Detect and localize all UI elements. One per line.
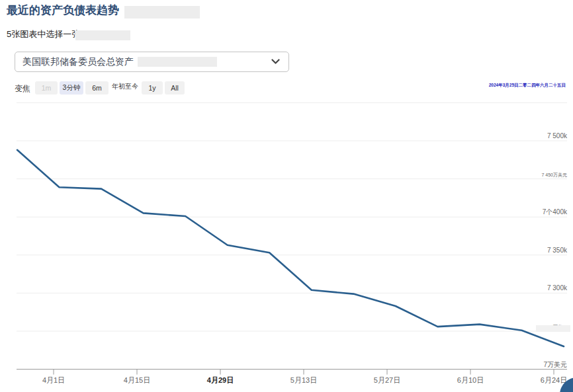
y-axis-label: 7 350k — [547, 247, 568, 254]
dropdown-selected-value: 美国联邦储备委员会总资产 — [22, 52, 134, 71]
zoom-button-0: 1m — [35, 81, 58, 95]
chevron-down-icon — [271, 59, 280, 65]
x-axis-label: 4月15日 — [124, 376, 150, 384]
zoom-button-1[interactable]: 3分钟 — [60, 81, 83, 95]
x-axis-label: 5月13日 — [290, 376, 317, 384]
x-axis-label: 4月1日 — [42, 376, 65, 384]
y-axis-label: 7个400k — [543, 208, 568, 216]
translation-overlay-artifact — [124, 6, 200, 19]
y-axis-label: 7 500k — [547, 132, 568, 139]
series-line[interactable] — [17, 150, 564, 346]
y-axis-label: 7 450万美元 — [541, 173, 567, 177]
zoom-button-2[interactable]: 6m — [85, 81, 109, 95]
x-axis-label: 4月29日 — [207, 376, 234, 384]
x-axis-label: 6月10日 — [457, 376, 484, 384]
zoom-button-group: 1m3分钟6m年初至今1yAll — [35, 81, 185, 95]
zoom-button-5[interactable]: All — [165, 81, 185, 95]
page-title: 最近的资产负债表趋势 — [7, 3, 119, 18]
x-axis-label: 6月24日 — [541, 376, 567, 384]
translation-overlay-artifact — [536, 325, 570, 332]
date-range-text[interactable]: 2024年3月25日二零二四年六月二十五日 — [489, 83, 566, 89]
translation-overlay-artifact — [75, 30, 130, 40]
translation-overlay-artifact — [138, 57, 217, 67]
chart-select-dropdown[interactable]: 美国联邦储备委员会总资产 — [15, 52, 289, 72]
y-axis-label: 7万美元 — [543, 361, 567, 368]
y-axis-label: 7 300k — [547, 284, 568, 292]
zoom-button-4[interactable]: 1y — [142, 81, 163, 95]
zoom-label: 变焦 — [15, 83, 30, 95]
zoom-button-3[interactable]: 年初至今 — [110, 81, 140, 95]
x-axis-label: 5月27日 — [374, 376, 400, 384]
